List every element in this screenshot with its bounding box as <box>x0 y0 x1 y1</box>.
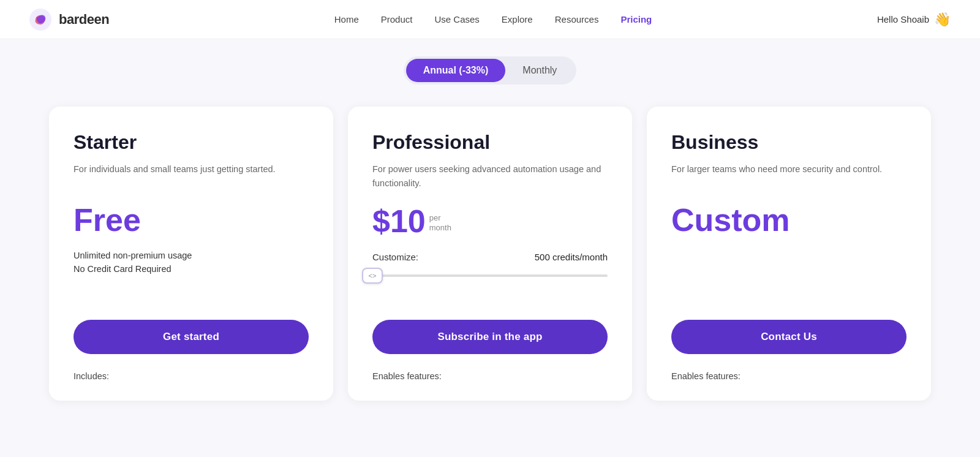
starter-feature-1: Unlimited non-premium usage <box>74 251 309 260</box>
nav-resources[interactable]: Resources <box>555 14 599 25</box>
customize-label: Customize: <box>372 252 418 262</box>
wave-emoji-icon: 👋 <box>934 12 951 28</box>
nav-pricing[interactable]: Pricing <box>620 14 652 25</box>
professional-price-amount: $10 <box>372 205 426 237</box>
business-plan-card: Business For larger teams who need more … <box>647 107 931 401</box>
user-greeting: Hello Shoaib <box>877 14 929 25</box>
nav-product[interactable]: Product <box>381 14 413 25</box>
professional-price-row: $10 per month <box>372 205 608 237</box>
get-started-button[interactable]: Get started <box>74 320 309 354</box>
logo-text: bardeen <box>59 12 109 28</box>
business-price-row: Custom <box>671 204 907 236</box>
starter-feature-2: No Credit Card Required <box>74 264 309 274</box>
nav-links: Home Product Use Cases Explore Resources… <box>334 14 652 25</box>
nav-home[interactable]: Home <box>334 14 359 25</box>
credits-value-label: 500 credits/month <box>535 252 608 262</box>
starter-plan-card: Starter For individuals and small teams … <box>49 107 333 401</box>
user-area: Hello Shoaib 👋 <box>877 12 951 28</box>
professional-plan-name: Professional <box>372 131 608 154</box>
business-section-label: Enables features: <box>671 371 907 381</box>
slider-thumb[interactable]: <> <box>362 268 383 284</box>
business-plan-name: Business <box>671 131 907 154</box>
monthly-toggle-button[interactable]: Monthly <box>505 59 574 82</box>
starter-price-row: Free <box>74 204 309 236</box>
navbar: bardeen Home Product Use Cases Explore R… <box>0 0 980 39</box>
professional-plan-desc: For power users seeking advanced automat… <box>372 162 608 191</box>
professional-section-label: Enables features: <box>372 371 608 381</box>
contact-us-button[interactable]: Contact Us <box>671 320 907 354</box>
credits-slider-wrap[interactable]: <> <box>372 270 608 282</box>
professional-price-period: per month <box>429 213 451 234</box>
billing-toggle-area: Annual (-33%) Monthly <box>0 39 980 97</box>
nav-use-cases[interactable]: Use Cases <box>434 14 479 25</box>
nav-explore[interactable]: Explore <box>502 14 533 25</box>
professional-plan-card: Professional For power users seeking adv… <box>348 107 632 401</box>
starter-features: Unlimited non-premium usage No Credit Ca… <box>74 251 309 278</box>
slider-arrows-icon: <> <box>369 272 377 279</box>
starter-plan-desc: For individuals and small teams just get… <box>74 162 309 189</box>
billing-toggle: Annual (-33%) Monthly <box>404 56 577 85</box>
starter-section-label: Includes: <box>74 371 309 381</box>
starter-plan-name: Starter <box>74 131 309 154</box>
slider-track <box>372 274 608 277</box>
pricing-cards-grid: Starter For individuals and small teams … <box>0 97 980 420</box>
logo-area: bardeen <box>29 9 109 31</box>
bardeen-logo-icon <box>29 9 51 31</box>
subscribe-button[interactable]: Subscribe in the app <box>372 320 608 354</box>
annual-toggle-button[interactable]: Annual (-33%) <box>406 59 506 82</box>
starter-price-amount: Free <box>74 204 141 236</box>
business-plan-desc: For larger teams who need more security … <box>671 162 907 189</box>
customize-row: Customize: 500 credits/month <box>372 252 608 262</box>
business-price-amount: Custom <box>671 204 790 236</box>
